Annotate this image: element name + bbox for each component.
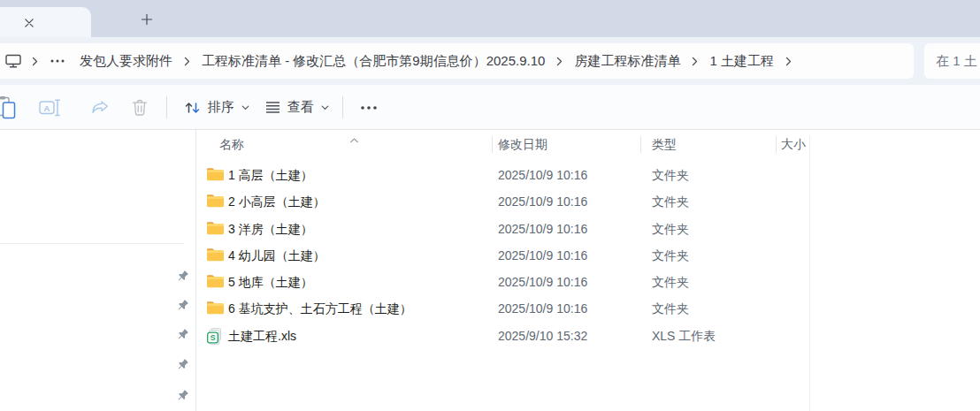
pushpin-icon xyxy=(177,390,188,401)
folder-icon xyxy=(207,221,225,239)
file-name: 3 洋房（土建） xyxy=(228,216,313,242)
svg-text:A: A xyxy=(43,103,50,112)
pushpin-icon xyxy=(177,329,188,340)
file-type: 文件夹 xyxy=(652,162,689,188)
paste-icon xyxy=(0,95,18,119)
breadcrumb-item-current[interactable]: 1 土建工程 xyxy=(707,49,777,74)
chevron-down-icon xyxy=(321,105,329,110)
breadcrumb-item[interactable]: 发包人要求附件 xyxy=(77,49,175,74)
sort-button[interactable]: 排序 xyxy=(176,94,257,121)
search-input-value: 在 1 土 xyxy=(936,53,977,70)
toolbar-divider xyxy=(166,96,167,118)
file-type: 文件夹 xyxy=(652,242,689,269)
pinned-item-pin[interactable] xyxy=(177,299,189,311)
file-type: 文件夹 xyxy=(652,216,689,242)
view-button[interactable]: 查看 xyxy=(257,94,337,121)
pinned-item-pin[interactable] xyxy=(177,270,189,282)
pushpin-icon xyxy=(177,359,188,370)
file-name: 1 高层（土建） xyxy=(228,162,313,188)
chevron-down-icon xyxy=(241,105,249,110)
file-list-pane: 名称 修改日期 类型 大小 1 高层（土建）2025/10/9 10:16文件夹… xyxy=(196,130,980,411)
breadcrumb-bar: 发包人要求附件 工程标准清单 - 修改汇总（合肥市第9期信息价）2025.9.1… xyxy=(0,37,980,85)
breadcrumb-chevron-icon xyxy=(785,57,792,66)
navigation-pane xyxy=(0,130,196,411)
delete-button[interactable] xyxy=(127,94,152,121)
pinned-item-pin[interactable] xyxy=(177,358,189,370)
view-button-label: 查看 xyxy=(287,99,314,116)
more-ellipsis-icon xyxy=(360,106,378,110)
file-name: 5 地库（土建） xyxy=(228,269,313,295)
file-modified-date: 2025/10/9 10:16 xyxy=(498,188,587,215)
new-tab-button[interactable] xyxy=(138,11,155,27)
share-button[interactable] xyxy=(87,94,113,121)
trash-icon xyxy=(132,99,148,116)
breadcrumb-chevron-icon xyxy=(692,57,698,66)
pinned-item-pin[interactable] xyxy=(177,328,189,340)
breadcrumb-item[interactable]: 房建工程标准清单 xyxy=(571,49,683,74)
pushpin-icon xyxy=(177,270,188,282)
breadcrumb-chevron-icon xyxy=(556,57,563,66)
sort-icon xyxy=(184,101,201,115)
breadcrumb-item[interactable]: 工程标准清单 - 修改汇总（合肥市第9期信息价）2025.9.10 xyxy=(199,49,547,74)
file-type: 文件夹 xyxy=(652,188,689,215)
column-divider[interactable] xyxy=(640,136,641,153)
file-row[interactable]: 2 小高层（土建）2025/10/9 10:16文件夹 xyxy=(196,188,808,215)
search-input[interactable]: 在 1 土 xyxy=(924,43,980,79)
column-header-name[interactable]: 名称 xyxy=(219,130,244,159)
column-divider xyxy=(809,136,810,411)
column-headers: 名称 修改日期 类型 大小 xyxy=(196,130,980,159)
ellipsis-icon xyxy=(50,59,65,63)
file-row[interactable]: 5 地库（土建）2025/10/9 10:16文件夹 xyxy=(196,269,808,295)
file-type: XLS 工作表 xyxy=(652,323,716,349)
file-modified-date: 2025/10/9 10:16 xyxy=(498,269,587,295)
pinned-item-pin[interactable] xyxy=(177,389,189,401)
file-type: 文件夹 xyxy=(652,269,689,295)
file-modified-date: 2025/10/9 10:16 xyxy=(498,295,587,322)
folder-icon xyxy=(207,194,225,211)
active-tab[interactable] xyxy=(0,7,91,37)
main-area: 名称 修改日期 类型 大小 1 高层（土建）2025/10/9 10:16文件夹… xyxy=(0,130,980,411)
file-row[interactable]: 4 幼儿园（土建）2025/10/9 10:16文件夹 xyxy=(196,242,808,269)
file-row[interactable]: S土建工程.xls2025/9/10 15:32XLS 工作表 xyxy=(196,323,808,349)
paste-button[interactable] xyxy=(0,94,19,121)
rename-icon: A xyxy=(39,99,61,117)
file-modified-date: 2025/10/9 10:16 xyxy=(498,242,587,269)
monitor-icon xyxy=(5,54,21,68)
folder-icon xyxy=(207,247,225,265)
sort-ascending-icon xyxy=(349,131,359,147)
breadcrumb-overflow-button[interactable] xyxy=(47,54,68,68)
file-name: 2 小高层（土建） xyxy=(228,188,325,215)
close-icon xyxy=(24,18,34,28)
column-header-size[interactable]: 大小 xyxy=(781,130,806,159)
folder-icon xyxy=(207,167,225,185)
file-row[interactable]: 6 基坑支护、土石方工程（土建）2025/10/9 10:16文件夹 xyxy=(196,295,808,322)
toolbar-divider xyxy=(342,96,343,118)
svg-text:S: S xyxy=(211,333,216,342)
file-name: 6 基坑支护、土石方工程（土建） xyxy=(228,295,412,322)
share-icon xyxy=(91,100,110,116)
address-bar[interactable]: 发包人要求附件 工程标准清单 - 修改汇总（合肥市第9期信息价）2025.9.1… xyxy=(0,43,914,79)
pushpin-icon xyxy=(177,300,188,311)
tab-close-button[interactable] xyxy=(21,15,36,30)
column-header-type[interactable]: 类型 xyxy=(652,130,677,159)
more-options-button[interactable] xyxy=(352,94,386,121)
file-type: 文件夹 xyxy=(652,295,689,322)
column-divider[interactable] xyxy=(776,136,777,153)
column-header-modified[interactable]: 修改日期 xyxy=(498,130,547,159)
breadcrumb-chevron-icon xyxy=(184,57,190,66)
rename-button[interactable]: A xyxy=(35,94,64,121)
view-icon xyxy=(265,101,280,114)
file-row[interactable]: 1 高层（土建）2025/10/9 10:16文件夹 xyxy=(196,162,808,188)
column-divider[interactable] xyxy=(492,136,493,153)
plus-icon xyxy=(141,13,153,26)
file-modified-date: 2025/10/9 10:16 xyxy=(498,216,587,242)
this-pc-button[interactable] xyxy=(5,54,21,68)
file-row[interactable]: 3 洋房（土建）2025/10/9 10:16文件夹 xyxy=(196,216,808,242)
sort-button-label: 排序 xyxy=(208,99,234,116)
folder-icon xyxy=(207,274,225,292)
xls-file-icon: S xyxy=(207,328,225,346)
sidebar-separator xyxy=(0,243,184,244)
file-modified-date: 2025/9/10 15:32 xyxy=(498,323,587,349)
file-name: 土建工程.xls xyxy=(228,323,296,349)
file-explorer-window: 发包人要求附件 工程标准清单 - 修改汇总（合肥市第9期信息价）2025.9.1… xyxy=(0,0,980,411)
